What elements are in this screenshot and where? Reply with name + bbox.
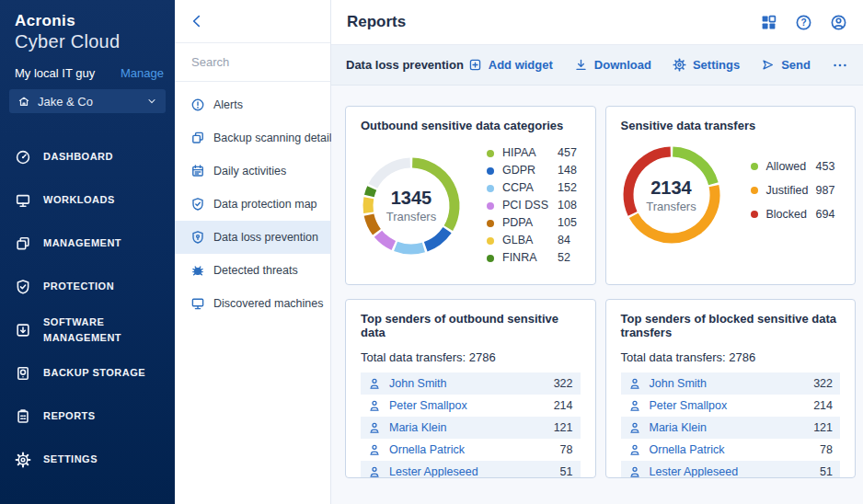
shield-lock-icon <box>190 230 205 245</box>
widget-top-senders-of-blocked-sensitive-data-transfers: Top senders of blocked sensitive data tr… <box>605 299 857 478</box>
sender-row: John Smith 322 <box>361 372 581 395</box>
search-row <box>175 43 330 82</box>
legend-value: 694 <box>816 207 835 223</box>
main-nav: DASHBOARD WORKLOADS MANAGEMENT PROTECTIO… <box>0 135 175 481</box>
report-item-detected-threats[interactable]: Detected threats <box>175 254 330 287</box>
legend-value: 457 <box>558 144 577 162</box>
settings-button[interactable]: Settings <box>673 58 740 72</box>
legend-dot <box>751 187 758 194</box>
product-name: Cyber Cloud <box>15 31 160 52</box>
legend-value: 453 <box>816 159 835 175</box>
help-icon: ? <box>795 14 812 31</box>
legend-row: PDPA 105 <box>487 214 577 232</box>
tenant-selector[interactable]: Jake & Co <box>9 89 166 113</box>
nav-item-label: WORKLOADS <box>43 192 115 208</box>
account-name: My local IT guy <box>15 66 95 80</box>
chart-legend: Allowed 453 Justified 987 Blocked 694 <box>751 159 835 231</box>
sender-link[interactable]: Ornella Patrick <box>389 443 465 456</box>
sender-transfers: 51 <box>560 465 573 478</box>
sender-link[interactable]: Lester Appleseed <box>389 465 478 478</box>
help-button[interactable]: ? <box>795 14 812 31</box>
legend-label: Allowed <box>766 159 811 175</box>
report-name: Data loss prevention <box>346 58 464 72</box>
building-icon <box>17 95 30 108</box>
more-actions-button[interactable] <box>832 57 848 74</box>
primary-sidebar: Acronis Cyber Cloud My local IT guy Mana… <box>0 0 175 504</box>
account-button[interactable] <box>830 14 847 31</box>
donut-wrap: 2134 Transfers <box>621 144 722 246</box>
gear-icon <box>15 452 31 468</box>
legend-dot <box>487 255 494 262</box>
back-button[interactable] <box>189 13 205 29</box>
monitor-icon <box>190 296 205 311</box>
protection-icon <box>15 279 31 295</box>
chevron-down-icon <box>146 96 157 107</box>
search-input[interactable] <box>190 54 316 70</box>
sender-transfers: 78 <box>560 443 573 456</box>
legend-row: Allowed 453 <box>751 159 835 175</box>
legend-row: GDPR 148 <box>487 162 577 179</box>
sender-link[interactable]: John Smith <box>389 377 447 390</box>
sender-link[interactable]: Peter Smallpox <box>650 399 728 412</box>
sender-link[interactable]: John Smith <box>650 377 708 390</box>
sender-row: Lester Appleseed 51 <box>621 461 841 478</box>
legend-row: Blocked 694 <box>751 207 835 223</box>
sender-row: John Smith 322 <box>621 372 841 395</box>
send-button[interactable]: Send <box>761 58 811 72</box>
apps-grid-button[interactable] <box>760 14 777 31</box>
legend-value: 148 <box>558 162 577 179</box>
report-item-data-loss-prevention[interactable]: Data loss prevention <box>175 221 330 254</box>
manage-link[interactable]: Manage <box>121 66 164 80</box>
sender-link[interactable]: Maria Klein <box>650 421 708 434</box>
report-item-data-protection-map[interactable]: Data protection map <box>175 188 330 221</box>
person-icon <box>368 377 381 390</box>
sender-link[interactable]: Maria Klein <box>389 421 447 434</box>
report-item-label: Detected threats <box>213 264 298 277</box>
toolbar-actions: Add widget Download Settings Send <box>468 57 848 74</box>
donut-segment-justified <box>633 186 714 238</box>
workloads-icon <box>15 192 31 209</box>
report-item-discovered-machines[interactable]: Discovered machines <box>175 287 330 320</box>
nav-item-reports[interactable]: REPORTS <box>0 395 175 438</box>
report-item-daily-activities[interactable]: Daily activities <box>175 155 330 188</box>
sender-link[interactable]: Ornella Patrick <box>650 443 725 456</box>
report-toolbar: Data loss prevention Add widget Download… <box>331 44 863 86</box>
nav-item-dashboard[interactable]: DASHBOARD <box>0 135 175 178</box>
legend-dot <box>487 150 494 157</box>
sender-row: Maria Klein 121 <box>361 417 581 439</box>
main-area: Reports ? Data loss prevention Add widge… <box>331 0 863 504</box>
report-item-alerts[interactable]: Alerts <box>175 88 330 121</box>
legend-dot <box>751 211 758 218</box>
sender-link[interactable]: Peter Smallpox <box>389 399 467 412</box>
donut-segment-blocked <box>628 152 671 213</box>
report-item-label: Backup scanning details <box>213 132 338 144</box>
nav-item-management[interactable]: MANAGEMENT <box>0 222 175 265</box>
legend-label: PDPA <box>502 214 558 232</box>
nav-item-workloads[interactable]: WORKLOADS <box>0 178 175 222</box>
bug-icon <box>190 263 205 278</box>
sender-link[interactable]: Lester Appleseed <box>650 465 739 478</box>
download-button[interactable]: Download <box>574 58 651 72</box>
legend-row: GLBA 84 <box>487 232 577 249</box>
nav-item-label: REPORTS <box>43 408 96 424</box>
nav-item-backup-storage[interactable]: BACKUP STORAGE <box>0 351 175 395</box>
report-item-backup-scanning-details[interactable]: Backup scanning details <box>175 121 330 155</box>
tenant-name: Jake & Co <box>38 95 93 109</box>
reports-icon <box>15 408 31 425</box>
widget-title: Top senders of blocked sensitive data tr… <box>621 312 841 339</box>
nav-item-protection[interactable]: PROTECTION <box>0 265 175 308</box>
donut-segment-pci-dss <box>378 234 394 246</box>
add-widget-button[interactable]: Add widget <box>468 58 553 72</box>
nav-item-settings[interactable]: SETTINGS <box>0 438 175 481</box>
widget-title: Top senders of outbound sensitive data <box>361 312 581 339</box>
donut-segment-allowed <box>673 152 713 184</box>
person-icon <box>368 443 381 456</box>
legend-label: Justified <box>766 183 811 199</box>
nav-item-software-management[interactable]: SOFTWARE MANAGEMENT <box>0 308 175 351</box>
page-title: Reports <box>347 13 406 31</box>
sender-transfers: 322 <box>554 377 573 390</box>
legend-row: FINRA 52 <box>487 249 577 267</box>
sender-row: Ornella Patrick 78 <box>361 439 581 461</box>
legend-dot <box>751 163 758 170</box>
person-icon <box>368 465 381 478</box>
